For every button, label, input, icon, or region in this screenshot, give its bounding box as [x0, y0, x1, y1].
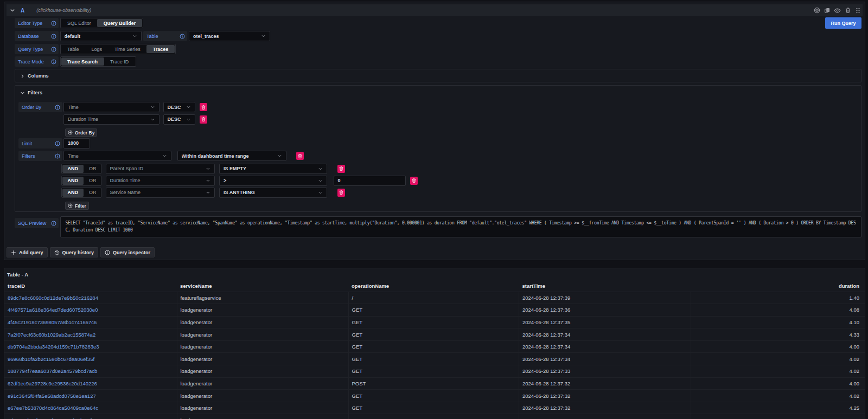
- info-icon[interactable]: [51, 59, 56, 65]
- drag-handle-icon[interactable]: [854, 7, 861, 14]
- remove-order-by-button[interactable]: [200, 103, 207, 111]
- collapse-chevron-icon[interactable]: [10, 8, 15, 13]
- remove-filter-button[interactable]: [337, 165, 345, 173]
- columns-section-toggle[interactable]: Columns: [15, 69, 861, 82]
- info-icon[interactable]: [55, 153, 60, 159]
- trash-icon: [339, 166, 344, 171]
- database-select[interactable]: default: [60, 31, 142, 41]
- trace-id-link[interactable]: 3d1c1a5b70f51944f7e0a2c3b4d5e6f7: [4, 414, 177, 419]
- service-name-cell: featureflagservice: [177, 292, 348, 304]
- duration-cell: 4.02: [691, 353, 865, 365]
- query-inspector-button[interactable]: Query inspector: [100, 247, 155, 257]
- filter-value-input[interactable]: 0: [334, 176, 406, 186]
- chevron-right-icon: [20, 74, 25, 79]
- filter-time-range-select[interactable]: Within dashboard time range: [177, 151, 287, 161]
- order-by-direction-select[interactable]: DESC: [163, 114, 195, 125]
- info-circle-icon: [105, 250, 110, 255]
- column-header-traceid[interactable]: traceID: [4, 279, 177, 292]
- record-icon[interactable]: [814, 7, 820, 14]
- filter-field-select[interactable]: Duration Time: [106, 176, 215, 186]
- columns-section: Columns: [15, 69, 861, 82]
- query-type-option-logs[interactable]: Logs: [85, 45, 108, 53]
- query-row-header[interactable]: A (clickhouse-observability): [7, 4, 863, 16]
- query-type-option-traces[interactable]: Traces: [146, 45, 175, 53]
- remove-query-icon[interactable]: [845, 7, 851, 14]
- column-header-servicename[interactable]: serviceName: [177, 279, 348, 292]
- info-icon[interactable]: [180, 34, 185, 39]
- trace-id-link[interactable]: 96968b10fa2b2c1590bc67dea06ef35f: [4, 353, 177, 365]
- filters-section-toggle[interactable]: Filters: [15, 86, 861, 100]
- or-option[interactable]: OR: [84, 165, 102, 173]
- filter-operator-select[interactable]: >: [219, 176, 327, 186]
- chevron-down-icon: [186, 105, 191, 109]
- service-name-cell: loadgenerator: [177, 328, 348, 341]
- filter-field-select[interactable]: Parent Span ID: [106, 164, 215, 174]
- trace-id-link[interactable]: 89dc7e8c6060c0d12de7e9b50c216284: [4, 292, 177, 304]
- trace-id-link[interactable]: e67ee7b53870d4c864ca50409ca0e64c: [4, 402, 177, 414]
- or-option[interactable]: OR: [84, 177, 102, 185]
- table-select[interactable]: otel_traces: [189, 31, 270, 41]
- trace-id-link[interactable]: db9704a2bbda34204d159c71b78283e3: [4, 340, 177, 353]
- trace-id-link[interactable]: e91c3645f04fa5e58adcd0758e1ea127: [4, 390, 177, 402]
- chevron-down-icon: [277, 153, 282, 158]
- query-type-option-timeseries[interactable]: Time Series: [108, 45, 147, 53]
- order-by-label: Order By: [18, 102, 62, 112]
- filter-field-select[interactable]: Service Name: [106, 188, 215, 198]
- filter-operator-select[interactable]: IS EMPTY: [219, 164, 327, 174]
- query-type-option-table[interactable]: Table: [61, 45, 86, 53]
- and-option[interactable]: AND: [62, 189, 84, 197]
- remove-filter-button[interactable]: [337, 189, 345, 197]
- service-name-cell: loadgenerator: [177, 390, 348, 402]
- trace-id-link[interactable]: 4f45c21918c73698057a8b1c741657c6: [4, 316, 177, 328]
- service-name-cell: loadgenerator: [177, 377, 348, 390]
- query-ref-id: A: [21, 8, 24, 14]
- operation-name-cell: GET: [348, 304, 519, 317]
- trace-id-link[interactable]: 62df1ec9a29728c9e29536c20d140226: [4, 377, 177, 390]
- chevron-down-icon: [261, 34, 266, 38]
- trace-mode-option-id[interactable]: Trace ID: [104, 57, 135, 66]
- info-icon[interactable]: [55, 141, 60, 146]
- filter-time-field-select[interactable]: Time: [63, 151, 171, 161]
- trace-mode-option-search[interactable]: Trace Search: [61, 57, 104, 66]
- trace-id-link[interactable]: 1887794f7eaa6037d0e2a4579bcd7acb: [4, 365, 177, 378]
- editor-type-option-sql[interactable]: SQL Editor: [61, 19, 98, 27]
- query-history-button[interactable]: Query history: [50, 247, 99, 257]
- add-filter-button[interactable]: Filter: [65, 202, 89, 210]
- column-header-starttime[interactable]: startTime: [519, 279, 691, 292]
- trace-id-link[interactable]: 7a2f07ecf63c60b1029ab2ac155874a2: [4, 328, 177, 341]
- duplicate-query-icon[interactable]: [824, 7, 831, 14]
- run-query-button[interactable]: Run Query: [825, 17, 861, 29]
- editor-type-label: Editor Type: [15, 18, 59, 28]
- query-type-radio: Table Logs Time Series Traces: [60, 44, 176, 54]
- info-icon[interactable]: [51, 221, 56, 226]
- duration-cell: 4.33: [691, 328, 865, 341]
- remove-filter-button[interactable]: [296, 152, 304, 160]
- column-header-operationname[interactable]: operationName: [348, 279, 519, 292]
- filter-operator-select[interactable]: IS ANYTHING: [219, 188, 327, 198]
- order-by-field-select[interactable]: Duration Time: [63, 114, 159, 125]
- limit-input[interactable]: 1000: [63, 138, 90, 149]
- info-icon[interactable]: [51, 34, 56, 39]
- start-time-cell: 2024-06-28 12:37:32: [519, 377, 691, 390]
- duration-cell: 4.08: [691, 304, 865, 317]
- hide-response-icon[interactable]: [834, 7, 841, 14]
- info-icon[interactable]: [55, 105, 60, 110]
- add-query-button[interactable]: Add query: [7, 247, 48, 257]
- trace-id-link[interactable]: 4f497571a618e364ed7ded60752030e0: [4, 304, 177, 317]
- info-icon[interactable]: [51, 47, 56, 52]
- or-option[interactable]: OR: [84, 189, 102, 197]
- info-icon[interactable]: [51, 21, 56, 26]
- query-editor-section: A (clickhouse-observability) Run Query E…: [4, 2, 865, 260]
- service-name-cell: loadgenerator: [177, 402, 348, 414]
- column-header-duration[interactable]: duration: [691, 279, 865, 292]
- editor-type-option-builder[interactable]: Query Builder: [97, 19, 142, 27]
- results-table: traceID serviceName operationName startT…: [4, 279, 865, 419]
- operation-name-cell: GET: [348, 390, 519, 402]
- and-option[interactable]: AND: [62, 165, 84, 173]
- add-order-by-button[interactable]: Order By: [65, 128, 97, 137]
- remove-order-by-button[interactable]: [200, 115, 207, 124]
- order-by-field-select[interactable]: Time: [63, 102, 159, 112]
- remove-filter-button[interactable]: [410, 177, 418, 185]
- and-option[interactable]: AND: [62, 177, 84, 185]
- order-by-direction-select[interactable]: DESC: [163, 102, 195, 112]
